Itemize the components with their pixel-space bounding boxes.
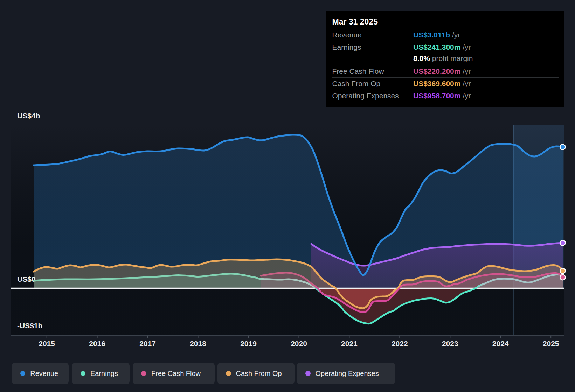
svg-text:2022: 2022	[392, 340, 408, 348]
svg-text:2017: 2017	[139, 340, 156, 348]
svg-text:2018: 2018	[190, 340, 206, 348]
svg-text:2023: 2023	[442, 340, 458, 348]
svg-text:2024: 2024	[492, 340, 509, 348]
svg-text:2025: 2025	[543, 340, 559, 348]
svg-text:US$4b: US$4b	[17, 112, 40, 120]
svg-text:2016: 2016	[89, 340, 105, 348]
svg-text:US$0: US$0	[17, 275, 36, 283]
svg-text:2020: 2020	[291, 340, 307, 348]
svg-text:2015: 2015	[39, 340, 55, 348]
svg-text:2019: 2019	[240, 340, 257, 348]
svg-text:2021: 2021	[341, 340, 358, 348]
svg-text:-US$1b: -US$1b	[17, 322, 42, 330]
